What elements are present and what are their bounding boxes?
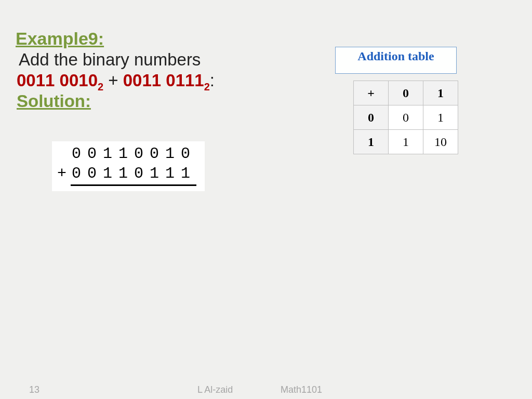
course-code: Math1101 bbox=[281, 384, 322, 395]
operand1: 0011 0010 bbox=[17, 71, 98, 90]
addition-table: + 0 1 0 0 1 1 1 10 bbox=[353, 81, 458, 154]
solution-label: Solution: bbox=[17, 91, 91, 111]
addtable-row1-header: 1 bbox=[354, 130, 389, 154]
page-number: 13 bbox=[29, 384, 39, 395]
addend-row-2: +00110111 bbox=[57, 164, 196, 184]
addtable-col1: 1 bbox=[423, 81, 458, 105]
operand2-base: 2 bbox=[204, 81, 210, 92]
slide: Example9: Add the binary numbers 0011 00… bbox=[0, 0, 532, 399]
addtable-row0-header: 0 bbox=[354, 105, 389, 130]
addtable-corner: + bbox=[354, 81, 389, 105]
operand1-base: 2 bbox=[98, 81, 103, 92]
prompt-text: Add the binary numbers bbox=[19, 50, 201, 70]
expr-colon: : bbox=[210, 71, 215, 90]
addtable-cell-11: 10 bbox=[423, 130, 458, 154]
plus-sign: + bbox=[103, 71, 123, 90]
worked-addition: 00110010 +00110111 bbox=[52, 141, 205, 191]
expression: 0011 00102 + 0011 01112: bbox=[17, 71, 215, 93]
author-name: L Al-zaid bbox=[197, 384, 233, 395]
operand2: 0011 0111 bbox=[123, 71, 204, 90]
addtable-cell-10: 1 bbox=[389, 130, 423, 154]
addition-table-title: Addition table bbox=[335, 47, 457, 74]
addtable-cell-00: 0 bbox=[389, 105, 423, 130]
addtable-cell-01: 1 bbox=[423, 105, 458, 130]
addtable-col0: 0 bbox=[389, 81, 423, 105]
addend-row-1: 00110010 bbox=[57, 144, 196, 164]
example-heading: Example9: bbox=[16, 29, 104, 49]
sum-rule bbox=[71, 184, 196, 186]
